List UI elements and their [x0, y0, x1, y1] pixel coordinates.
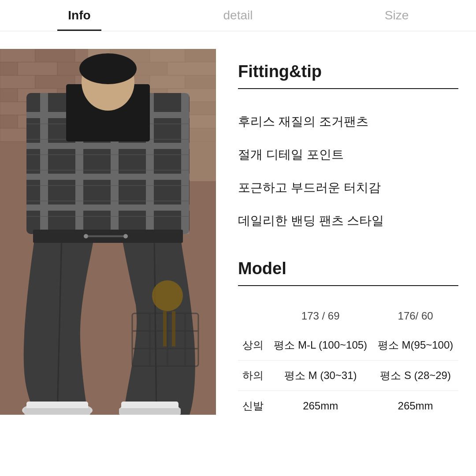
row1-col2: 평소 S (28~29) — [372, 360, 458, 390]
tab-info[interactable]: Info — [0, 0, 159, 31]
tab-size[interactable]: Size — [317, 0, 476, 31]
main-content: Fitting&tip 후리스 재질의 조거팬츠 절개 디테일 포인트 포근하고… — [0, 31, 476, 476]
model-table: 173 / 69 176/ 60 상의 평소 M-L (100~105) 평소 … — [238, 302, 458, 421]
table-row-0: 상의 평소 M-L (100~105) 평소 M(95~100) — [238, 330, 458, 361]
tip-item-0: 후리스 재질의 조거팬츠 — [238, 105, 458, 138]
info-section: Fitting&tip 후리스 재질의 조거팬츠 절개 디테일 포인트 포근하고… — [216, 49, 476, 476]
fitting-tips-list: 후리스 재질의 조거팬츠 절개 디테일 포인트 포근하고 부드러운 터치감 데일… — [238, 105, 458, 238]
row0-col1: 평소 M-L (100~105) — [268, 330, 372, 361]
product-photo — [0, 49, 216, 415]
row1-col1: 평소 M (30~31) — [268, 360, 372, 390]
svg-rect-75 — [119, 408, 181, 415]
tab-detail[interactable]: detail — [159, 0, 317, 31]
table-row-2: 신발 265mm 265mm — [238, 390, 458, 421]
svg-rect-19 — [0, 89, 18, 102]
svg-point-82 — [152, 280, 183, 311]
row2-col2: 265mm — [372, 390, 458, 421]
row1-label: 하의 — [238, 360, 268, 390]
fitting-title: Fitting&tip — [238, 62, 458, 81]
svg-rect-8 — [18, 62, 57, 75]
model-divider — [238, 285, 458, 286]
col-header-0 — [238, 302, 268, 330]
svg-point-68 — [84, 234, 88, 238]
tip-item-3: 데일리한 밴딩 팬츠 스타일 — [238, 204, 458, 237]
fitting-divider — [238, 88, 458, 89]
model-table-header: 173 / 69 176/ 60 — [238, 302, 458, 330]
tip-item-1: 절개 디테일 포인트 — [238, 138, 458, 171]
tab-info-label: Info — [68, 8, 90, 22]
table-row-1: 하의 평소 M (30~31) 평소 S (28~29) — [238, 360, 458, 390]
tip-item-2: 포근하고 부드러운 터치감 — [238, 171, 458, 204]
svg-point-69 — [123, 234, 128, 238]
svg-rect-31 — [0, 115, 18, 128]
svg-rect-84 — [172, 311, 175, 346]
svg-rect-1 — [0, 49, 35, 62]
svg-point-63 — [79, 53, 137, 84]
row0-col2: 평소 M(95~100) — [372, 330, 458, 361]
product-image — [0, 49, 216, 415]
row2-label: 신발 — [238, 390, 268, 421]
svg-rect-7 — [0, 62, 18, 75]
svg-rect-74 — [24, 408, 90, 415]
model-section: Model 173 / 69 176/ 60 상의 평소 M-L (100~10… — [238, 259, 458, 421]
col-header-2: 176/ 60 — [372, 302, 458, 330]
product-image-section — [0, 49, 216, 476]
tab-bar: Info detail Size — [0, 0, 476, 31]
tab-detail-label: detail — [223, 8, 253, 22]
svg-rect-13 — [0, 75, 35, 89]
model-title: Model — [238, 259, 458, 278]
col-header-1: 173 / 69 — [268, 302, 372, 330]
row2-col1: 265mm — [268, 390, 372, 421]
tab-size-label: Size — [385, 8, 409, 22]
svg-rect-2 — [35, 49, 75, 62]
row0-label: 상의 — [238, 330, 268, 361]
svg-rect-83 — [163, 311, 167, 346]
